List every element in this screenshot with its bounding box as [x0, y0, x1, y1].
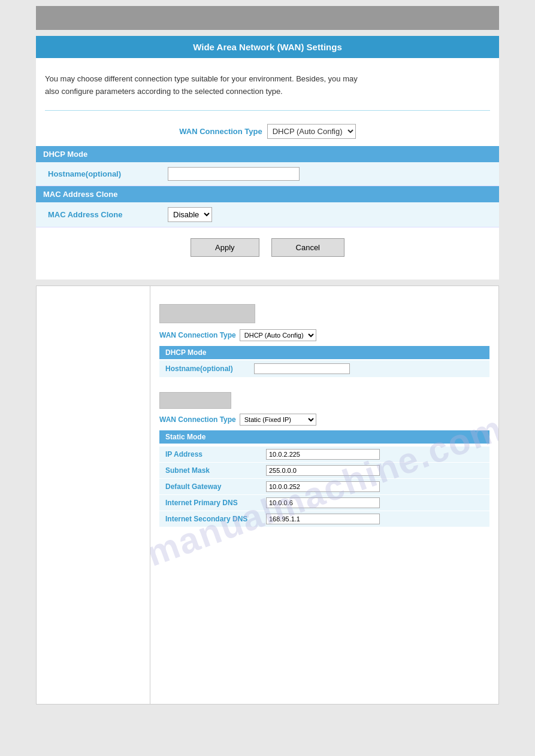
- cancel-button[interactable]: Cancel: [271, 238, 344, 257]
- static-dns2-input[interactable]: [266, 514, 380, 524]
- static-gw-input[interactable]: [266, 481, 380, 492]
- preview-gray-box-2: [159, 392, 231, 409]
- hostname-input[interactable]: [168, 167, 300, 181]
- static-dns2-label: Internet Secondary DNS: [165, 515, 261, 523]
- desc-line2: also configure parameters according to t…: [45, 87, 283, 96]
- preview-hostname-row: Hostname(optional): [159, 360, 489, 377]
- preview-static-section: IP Address Subnet Mask Default Gateway I…: [159, 447, 489, 527]
- preview-panel: manualmachine.com WAN Connection Type DH…: [36, 286, 499, 705]
- static-mask-label: Subnet Mask: [165, 466, 261, 475]
- static-dns1-row: Internet Primary DNS: [159, 495, 489, 511]
- preview-wan-select-1[interactable]: DHCP (Auto Config) Static (Fixed IP): [240, 329, 316, 341]
- wan-connection-select[interactable]: DHCP (Auto Config) Static (Fixed IP) PPP…: [267, 124, 356, 139]
- dhcp-section-header: DHCP Mode: [36, 146, 499, 162]
- desc-line1: You may choose different connection type…: [45, 74, 358, 83]
- divider: [45, 110, 490, 111]
- apply-button[interactable]: Apply: [191, 238, 259, 257]
- static-ip-input[interactable]: [266, 449, 380, 460]
- static-gw-label: Default Gateway: [165, 482, 261, 491]
- preview-gray-box-1: [159, 304, 255, 323]
- static-mask-input[interactable]: [266, 465, 380, 476]
- preview-wan-select-2[interactable]: Static (Fixed IP) DHCP (Auto Config): [240, 414, 316, 426]
- mac-clone-row: MAC Address Clone Disable Enable: [36, 202, 499, 227]
- mac-clone-label: MAC Address Clone: [48, 210, 168, 219]
- preview-wan-label-1: WAN Connection Type: [159, 331, 236, 339]
- preview-wan-label-2: WAN Connection Type: [159, 415, 236, 424]
- mac-clone-section-header: MAC Address Clone: [36, 186, 499, 202]
- preview-dhcp-header: DHCP Mode: [159, 346, 489, 359]
- page-title: Wide Area Network (WAN) Settings: [36, 36, 499, 58]
- button-row: Apply Cancel: [36, 227, 499, 268]
- static-mask-row: Subnet Mask: [159, 463, 489, 478]
- description: You may choose different connection type…: [36, 67, 499, 104]
- static-gw-row: Default Gateway: [159, 479, 489, 494]
- mac-clone-select[interactable]: Disable Enable: [168, 207, 212, 222]
- static-dns1-input[interactable]: [266, 497, 380, 508]
- preview-wan-row-1: WAN Connection Type DHCP (Auto Config) S…: [159, 329, 489, 341]
- main-content: Wide Area Network (WAN) Settings You may…: [36, 36, 499, 280]
- hostname-row: Hostname(optional): [36, 162, 499, 186]
- top-bar: [36, 6, 499, 30]
- preview-main: manualmachine.com WAN Connection Type DH…: [150, 286, 498, 704]
- preview-sidebar: [37, 286, 150, 704]
- preview-hostname-input[interactable]: [254, 363, 350, 374]
- static-ip-label: IP Address: [165, 450, 261, 459]
- wan-connection-label: WAN Connection Type: [179, 127, 262, 136]
- hostname-label: Hostname(optional): [48, 169, 168, 178]
- static-dns2-row: Internet Secondary DNS: [159, 511, 489, 527]
- static-ip-row: IP Address: [159, 447, 489, 462]
- preview-hostname-label: Hostname(optional): [165, 365, 249, 373]
- static-dns1-label: Internet Primary DNS: [165, 499, 261, 507]
- preview-static-header: Static Mode: [159, 430, 489, 444]
- preview-wan-row-2: WAN Connection Type Static (Fixed IP) DH…: [159, 414, 489, 426]
- wan-connection-row: WAN Connection Type DHCP (Auto Config) S…: [36, 117, 499, 146]
